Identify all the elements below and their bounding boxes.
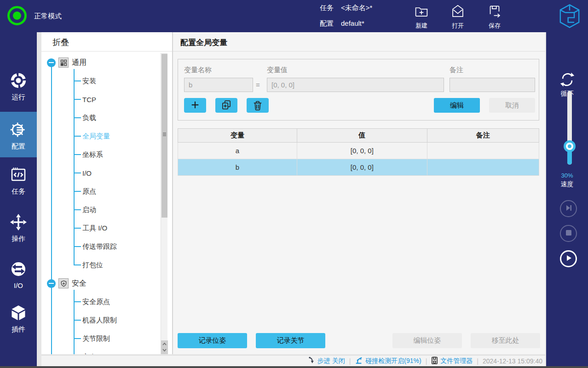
move-here-button[interactable]: 移至此处 xyxy=(471,333,540,348)
variables-table: 变量 值 备注 a[0, 0, 0]b[0, 0, 0] xyxy=(178,128,539,176)
value-input[interactable] xyxy=(267,78,444,92)
tree-item-启动[interactable]: 启动 xyxy=(41,201,156,219)
speed-label: 速度 xyxy=(546,180,588,189)
tree-group-安全[interactable]: 安全 xyxy=(41,274,156,293)
tree-item-TCP[interactable]: TCP xyxy=(41,90,156,109)
step-mode-status[interactable]: 步进 关闭 xyxy=(308,356,345,365)
speed-percent: 30% xyxy=(546,172,588,179)
new-button[interactable]: 新建 xyxy=(409,4,433,30)
file-manager-link[interactable]: 文件管理器 xyxy=(431,356,473,366)
tree-item-label: 安装 xyxy=(82,77,96,86)
cell-variable: a xyxy=(178,143,297,159)
tree-item-label: TCP xyxy=(82,96,96,104)
tree-group-label: 通用 xyxy=(72,58,86,68)
tree-item-label: 打包位 xyxy=(82,261,103,270)
record-joint-button[interactable]: 记录关节 xyxy=(256,333,325,348)
collapse-minus-icon[interactable] xyxy=(47,279,56,288)
speed-slider[interactable] xyxy=(567,91,572,165)
tree-item-原点[interactable]: 原点 xyxy=(41,182,156,201)
cancel-button[interactable]: 取消 xyxy=(489,98,535,113)
nav-item-task[interactable]: 任务 xyxy=(0,166,37,202)
name-input[interactable] xyxy=(184,78,253,92)
nav-item-label: 任务 xyxy=(12,187,25,195)
speed-slider-knob[interactable] xyxy=(564,140,576,152)
collapse-minus-icon[interactable] xyxy=(47,58,56,67)
tree-group-通用[interactable]: 通用 xyxy=(41,53,156,72)
value-label: 变量值 xyxy=(267,66,288,75)
save-button[interactable]: 保存 xyxy=(483,4,507,30)
clock: 2024-12-13 15:09:40 xyxy=(483,357,542,365)
title-divider xyxy=(173,51,545,52)
tree-item-传送带跟踪[interactable]: 传送带跟踪 xyxy=(41,237,156,256)
tree-item-负载[interactable]: 负载 xyxy=(41,109,156,127)
tree-scrollbar-thumb[interactable] xyxy=(161,54,167,218)
collapse-label[interactable]: 折叠 xyxy=(52,37,69,48)
tree-scrollbar[interactable] xyxy=(161,53,167,354)
record-pose-button[interactable]: 记录位姿 xyxy=(178,333,247,348)
cube-icon xyxy=(0,304,37,323)
tree-item-label: I/O xyxy=(82,169,92,177)
cell-variable: b xyxy=(178,159,297,176)
edit-pose-button[interactable]: 编辑位姿 xyxy=(392,333,462,348)
delete-variable-button[interactable] xyxy=(247,98,269,113)
equals-sign: = xyxy=(256,81,260,89)
col-header-remark: 备注 xyxy=(427,129,539,143)
step-mode-label: 步进 关闭 xyxy=(317,357,345,365)
shield-icon xyxy=(58,278,69,288)
stop-button[interactable] xyxy=(560,225,577,242)
add-variable-button[interactable] xyxy=(184,98,206,113)
separator: | xyxy=(349,357,351,365)
tree-item-label: 安全原点 xyxy=(82,298,110,306)
copy-variable-button[interactable] xyxy=(215,98,237,113)
separator: | xyxy=(426,357,427,365)
step-forward-icon xyxy=(565,204,573,214)
tree-scrollbar-arrows[interactable] xyxy=(161,340,168,354)
cell-value: [0, 0, 0] xyxy=(297,143,427,159)
grid-icon xyxy=(58,58,69,68)
tree-item-全局变量[interactable]: 全局变量 xyxy=(41,127,156,145)
cell-remark xyxy=(427,159,539,176)
tree-item-打包位[interactable]: 打包位 xyxy=(41,256,156,274)
top-bar: 正常模式 任务 <未命名>* 配置 default* 新建 打开 保存 xyxy=(0,0,588,32)
copy-icon xyxy=(220,99,232,112)
trash-icon xyxy=(252,99,264,112)
cell-remark xyxy=(427,143,539,159)
tree-item-I/O[interactable]: I/O xyxy=(41,164,156,182)
brand-logo-icon xyxy=(558,3,582,31)
tree-item-安全I/O[interactable]: 安全I/O xyxy=(41,348,156,354)
nav-item-config[interactable]: 配置 xyxy=(0,112,37,157)
nav-item-io[interactable]: I/O xyxy=(0,260,37,297)
status-bar: 步进 关闭 | 碰撞检测开启(91%) | 文件管理器 | 2024-12-13… xyxy=(41,355,545,366)
task-value: <未命名>* xyxy=(341,4,372,12)
nav-item-label: 运行 xyxy=(12,93,25,101)
step-arrow-icon xyxy=(308,356,315,365)
table-row-a[interactable]: a[0, 0, 0] xyxy=(178,143,539,159)
tree-item-安装[interactable]: 安装 xyxy=(41,72,156,90)
nav-item-operate[interactable]: 操作 xyxy=(0,213,37,250)
variable-editor-card: 变量名称 变量值 备注 = 编辑 取消 xyxy=(178,59,539,121)
tree-item-机器人限制[interactable]: 机器人限制 xyxy=(41,311,156,329)
collision-status[interactable]: 碰撞检测开启(91%) xyxy=(355,356,421,366)
remark-label: 备注 xyxy=(450,66,463,75)
open-button-label: 打开 xyxy=(446,22,470,30)
tree-item-关节限制[interactable]: 关节限制 xyxy=(41,329,156,348)
file-manager-icon xyxy=(431,356,438,366)
tree-item-工具 I/O[interactable]: 工具 I/O xyxy=(41,219,156,237)
tree-item-安全原点[interactable]: 安全原点 xyxy=(41,293,156,311)
nav-item-plugin[interactable]: 插件 xyxy=(0,304,37,340)
tree-item-坐标系[interactable]: 坐标系 xyxy=(41,145,156,164)
nav-item-run[interactable]: 运行 xyxy=(0,71,37,108)
separator: | xyxy=(477,357,478,365)
nav-item-label: 操作 xyxy=(12,235,25,242)
step-forward-button[interactable] xyxy=(560,200,577,217)
tree-item-label: 坐标系 xyxy=(82,150,103,159)
main-panel: 配置全局变量 变量名称 变量值 备注 = 编辑 取消 xyxy=(173,32,545,354)
remark-input[interactable] xyxy=(450,78,535,92)
open-button[interactable]: 打开 xyxy=(446,4,470,30)
table-row-b[interactable]: b[0, 0, 0] xyxy=(178,159,539,176)
left-nav: 运行 配置 任务 操作 I/O xyxy=(0,32,37,368)
edit-button[interactable]: 编辑 xyxy=(434,98,480,113)
table-body: a[0, 0, 0]b[0, 0, 0] xyxy=(178,143,539,176)
play-button[interactable] xyxy=(560,250,577,267)
task-row: 任务 <未命名>* xyxy=(320,4,372,12)
